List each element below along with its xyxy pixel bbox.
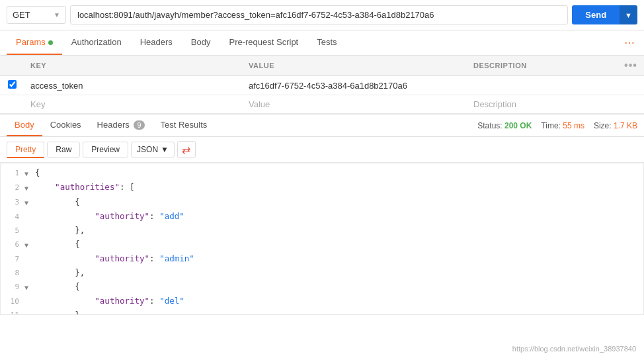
placeholder-checkbox-cell	[0, 95, 24, 114]
placeholder-more-cell	[618, 95, 644, 114]
json-string: "add"	[159, 211, 184, 221]
code-area[interactable]: 1▼{2▼ "authorities": [3▼ {4 "authority":…	[0, 163, 644, 315]
row-desc-cell[interactable]	[467, 76, 618, 95]
line-number: 2	[1, 181, 24, 195]
code-line: 1▼{	[1, 166, 643, 181]
line-toggle[interactable]: ▼	[24, 166, 34, 181]
json-key: "authority"	[95, 253, 149, 263]
line-number: 1	[1, 166, 24, 180]
json-key: "authority"	[95, 296, 149, 306]
line-content: "authority": "del"	[34, 294, 643, 308]
status-label: Status: 200 OK	[477, 121, 532, 130]
tab-headers[interactable]: Headers	[131, 30, 182, 55]
row-value-cell[interactable]: afc16df7-6752-4c53-a384-6a1d8b2170a6	[242, 76, 467, 95]
method-chevron-icon: ▼	[54, 11, 60, 19]
time-value: 55 ms	[563, 121, 584, 130]
tab-body[interactable]: Body	[182, 30, 220, 55]
line-number: 9	[1, 280, 24, 294]
line-number: 8	[1, 266, 24, 280]
code-line: 7 "authority": "admin"	[1, 252, 643, 266]
line-content: "authority": "add"	[34, 210, 643, 223]
col-checkbox	[0, 56, 24, 76]
resp-tab-body[interactable]: Body	[7, 114, 42, 136]
code-line: 9▼ {	[1, 280, 643, 294]
json-string: "admin"	[159, 253, 194, 263]
code-line: 2▼ "authorities": [	[1, 181, 643, 195]
send-arrow-button[interactable]: ▼	[620, 5, 637, 24]
line-content: {	[34, 238, 643, 251]
line-toggle[interactable]: ▼	[24, 238, 34, 252]
params-dot	[48, 40, 53, 45]
method-label: GET	[13, 10, 30, 20]
params-table: KEY VALUE DESCRIPTION ••• access_token a…	[0, 56, 644, 114]
more-dots-icon[interactable]: •••	[624, 60, 637, 71]
json-type-label: JSON	[137, 145, 158, 154]
json-string: "del"	[159, 296, 184, 306]
time-label: Time: 55 ms	[541, 121, 584, 130]
format-raw-button[interactable]: Raw	[47, 142, 80, 157]
line-toggle	[24, 266, 34, 267]
tab-params[interactable]: Params	[7, 30, 62, 55]
tab-authorization[interactable]: Authorization	[62, 30, 131, 55]
line-toggle[interactable]: ▼	[24, 195, 34, 210]
resp-tab-test-results[interactable]: Test Results	[153, 114, 216, 136]
placeholder-key-cell[interactable]: Key	[24, 95, 242, 114]
line-toggle	[24, 294, 34, 296]
line-content: },	[34, 308, 643, 315]
resp-tab-headers[interactable]: Headers 9	[89, 114, 153, 136]
row-key-cell[interactable]: access_token	[24, 76, 242, 95]
line-content: "authorities": [	[34, 181, 643, 194]
json-key: "authority"	[95, 211, 149, 221]
desc-placeholder: Description	[473, 99, 516, 109]
format-pretty-button[interactable]: Pretty	[7, 142, 44, 158]
line-content: {	[34, 166, 643, 179]
line-number: 7	[1, 252, 24, 266]
placeholder-desc-cell[interactable]: Description	[467, 95, 618, 114]
url-input[interactable]	[70, 5, 568, 24]
row-checkbox-cell[interactable]	[0, 76, 24, 95]
code-line: 10 "authority": "del"	[1, 294, 643, 308]
line-toggle[interactable]: ▼	[24, 280, 34, 294]
top-bar: GET ▼ Send ▼	[0, 0, 644, 30]
line-toggle	[24, 252, 34, 253]
status-value: 200 OK	[504, 121, 532, 130]
col-value-header: VALUE	[242, 56, 467, 76]
key-placeholder: Key	[30, 99, 45, 109]
line-number: 4	[1, 210, 24, 224]
method-select[interactable]: GET ▼	[7, 6, 66, 24]
table-row: access_token afc16df7-6752-4c53-a384-6a1…	[0, 76, 644, 95]
code-line: 3▼ {	[1, 195, 643, 210]
size-label: Size: 1.7 KB	[594, 121, 637, 130]
line-toggle	[24, 210, 34, 211]
line-number: 5	[1, 224, 24, 238]
line-number: 11	[1, 308, 24, 315]
send-button[interactable]: Send	[572, 5, 620, 24]
line-content: },	[34, 224, 643, 237]
code-line: 6▼ {	[1, 238, 643, 252]
line-number: 10	[1, 294, 24, 308]
row-checkbox[interactable]	[8, 80, 17, 89]
line-toggle	[24, 308, 34, 310]
line-number: 3	[1, 195, 24, 209]
resp-tab-cookies[interactable]: Cookies	[42, 114, 89, 136]
tab-tests[interactable]: Tests	[307, 30, 346, 55]
code-line: 4 "authority": "add"	[1, 210, 643, 224]
line-content: {	[34, 280, 643, 293]
line-toggle[interactable]: ▼	[24, 181, 34, 195]
col-key-header: KEY	[24, 56, 242, 76]
placeholder-value-cell[interactable]: Value	[242, 95, 467, 114]
code-line: 8 },	[1, 266, 643, 280]
response-toolbar: Pretty Raw Preview JSON ▼ ⇄	[0, 137, 644, 163]
send-button-group: Send ▼	[572, 5, 637, 24]
format-preview-button[interactable]: Preview	[83, 142, 128, 157]
value-placeholder: Value	[249, 99, 270, 109]
line-toggle	[24, 224, 34, 225]
json-chevron-icon: ▼	[161, 145, 169, 154]
response-tabs-bar: Body Cookies Headers 9 Test Results Stat…	[0, 114, 644, 137]
wrap-button[interactable]: ⇄	[177, 141, 196, 158]
tab-overflow[interactable]: ⋯	[622, 31, 637, 54]
request-tabs-bar: Params Authorization Headers Body Pre-re…	[0, 30, 644, 56]
json-type-select[interactable]: JSON ▼	[131, 142, 175, 157]
table-placeholder-row: Key Value Description	[0, 95, 644, 114]
tab-prerequest[interactable]: Pre-request Script	[220, 30, 307, 55]
